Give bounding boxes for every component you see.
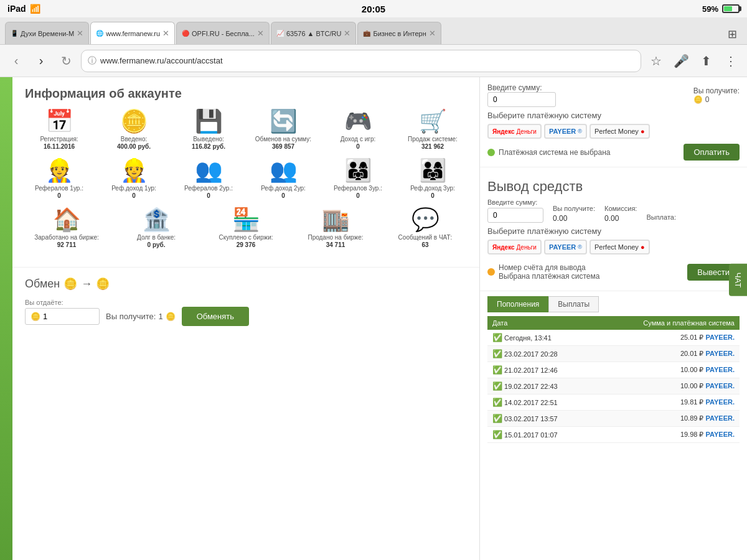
account-number-row: Номер счёта для вывода Выбрана платёжная… bbox=[487, 263, 599, 281]
yandex-logo-1: Яндекс bbox=[492, 128, 515, 135]
amount-value: 19.98 ₽ bbox=[680, 431, 704, 438]
deposit-yandex-option[interactable]: Яндекс Деньги bbox=[487, 124, 542, 139]
transactions-table: Дата Сумма и платёжная система ✅ Сегодня… bbox=[487, 316, 740, 443]
time: 20:05 bbox=[362, 4, 385, 14]
group-icon-1: 👥 bbox=[195, 159, 223, 182]
yandex-logo-2: Яндекс bbox=[492, 244, 515, 251]
tab-4-close[interactable]: ✕ bbox=[344, 29, 350, 38]
chat-button[interactable]: ЧАТ bbox=[729, 264, 747, 296]
group-icon-2: 👥 bbox=[270, 159, 298, 182]
withdraw-receive-label: Вы получите: bbox=[553, 205, 595, 212]
forward-button[interactable]: › bbox=[31, 51, 51, 71]
stat-ref1: 👷 Рефералов 1ур.: 0 bbox=[25, 159, 93, 199]
check-icon: ✅ bbox=[492, 365, 502, 375]
payeer-r-1: ® bbox=[578, 128, 582, 134]
tab-2-close[interactable]: ✕ bbox=[162, 29, 169, 38]
stat-sold-value: 34 711 bbox=[326, 241, 345, 248]
yandex-dengi-2: Деньги bbox=[517, 244, 537, 251]
withdraw-payment-options: Яндекс Деньги PAYEER ® Perfect Money ● bbox=[487, 240, 740, 254]
withdraw-payeer-option[interactable]: PAYEER ® bbox=[544, 240, 587, 254]
withdraw-payout-label: Выплата: bbox=[646, 213, 676, 221]
page-content: Информация об аккаунте 📅 Регистрация: 16… bbox=[12, 77, 479, 560]
tab-3[interactable]: 🔴 OPFI.RU - Беспла... ✕ bbox=[176, 22, 270, 44]
payeer-system: PAYEER. bbox=[706, 431, 735, 438]
table-row: ✅ 03.02.2017 13:57 10.89 ₽ PAYEER. bbox=[487, 411, 740, 427]
exchange-give-input[interactable]: 🪙 1 bbox=[25, 308, 100, 325]
check-icon: ✅ bbox=[492, 349, 502, 358]
tab-1[interactable]: 📱 Духи Времени-М ✕ bbox=[5, 22, 89, 44]
date-cell: ✅ 23.02.2017 20:28 bbox=[487, 346, 595, 362]
tab-payouts[interactable]: Выплаты bbox=[548, 296, 599, 312]
withdraw-yandex-option[interactable]: Яндекс Деньги bbox=[487, 240, 542, 254]
pm-dot-2: ● bbox=[641, 243, 645, 251]
status-bar: iPad 📶 20:05 59% bbox=[0, 0, 747, 17]
withdraw-commission-value: 0.00 bbox=[604, 214, 637, 223]
stat-ref1inc-value: 0 bbox=[132, 192, 136, 199]
withdraw-pm-option[interactable]: Perfect Money ● bbox=[590, 240, 650, 254]
mic-button[interactable]: 🎤 bbox=[671, 51, 691, 71]
house-icon: 🏠 bbox=[53, 208, 81, 231]
yandex-dengi-1: Деньги bbox=[517, 128, 537, 135]
tab-2[interactable]: 🌐 www.fermanew.ru ✕ bbox=[90, 22, 175, 44]
family-icon-1: 👨‍👩‍👧 bbox=[344, 159, 372, 182]
stat-game-income: 🎮 Доход с игр: 0 bbox=[324, 110, 392, 150]
amount-value: 10.00 ₽ bbox=[680, 382, 704, 390]
stat-ref3-income: 👨‍👩‍👧 Реф.доход 3ур: 0 bbox=[398, 159, 467, 199]
exchange-section: Обмен 🪙 → 🪙 Вы отдаёте: 🪙 1 Вы получите:… bbox=[12, 267, 479, 335]
orange-dot-icon bbox=[487, 268, 495, 276]
tab-3-close[interactable]: ✕ bbox=[257, 29, 264, 38]
amount-value: 20.01 ₽ bbox=[680, 350, 704, 357]
back-button[interactable]: ‹ bbox=[6, 51, 26, 71]
address-bar: ‹ › ↻ ⓘ www.fermanew.ru/account/accstat … bbox=[0, 45, 747, 77]
tab-deposits[interactable]: Пополнения bbox=[487, 296, 548, 312]
stat-ref2-label: Рефералов 2ур.: bbox=[184, 184, 233, 192]
url-bar[interactable]: ⓘ www.fermanew.ru/account/accstat bbox=[81, 50, 641, 72]
exchange-get-group: Вы получите: 1 🪙 bbox=[106, 312, 176, 321]
tab-5-label: Бизнес в Интерн bbox=[373, 30, 426, 37]
date-cell: ✅ Сегодня, 13:41 bbox=[487, 330, 595, 346]
stats-grid-row3: 🏠 Заработано на бирже: 92 711 🏦 Долг в б… bbox=[25, 208, 467, 248]
reload-button[interactable]: ↻ bbox=[56, 51, 76, 71]
get-coin-icon: 🪙 bbox=[166, 312, 176, 321]
deposit-payeer-option[interactable]: PAYEER ® bbox=[544, 124, 587, 139]
menu-button[interactable]: ⋮ bbox=[721, 51, 741, 71]
share-button[interactable]: ⬆ bbox=[696, 51, 716, 71]
deposit-sum-input[interactable] bbox=[487, 92, 556, 107]
cart-icon: 🛒 bbox=[419, 110, 447, 133]
give-value: 1 bbox=[43, 312, 47, 321]
tab-4[interactable]: 📈 63576 ▲ BTC/RU ✕ bbox=[271, 22, 357, 44]
stats-grid-row2: 👷 Рефералов 1ур.: 0 👷 Реф.доход 1ур: 0 👥… bbox=[25, 159, 467, 199]
stat-ref3inc-label: Реф.доход 3ур: bbox=[410, 184, 455, 192]
tab-5-close[interactable]: ✕ bbox=[429, 29, 436, 38]
tab-1-close[interactable]: ✕ bbox=[77, 29, 83, 38]
withdraw-inputs-row: Введите сумму: Вы получите: 0.00 Комисси… bbox=[487, 198, 740, 223]
stat-bought-exchange: 🏪 Скуплено с биржи: 29 376 bbox=[204, 208, 288, 248]
bookmark-button[interactable]: ☆ bbox=[646, 51, 666, 71]
stat-withdrawn: 💾 Выведено: 116.82 руб. bbox=[174, 110, 243, 150]
withdraw-sum-input[interactable] bbox=[487, 208, 543, 223]
chat-icon: 💬 bbox=[411, 208, 439, 231]
battery-icon bbox=[722, 4, 740, 13]
store-icon: 🏪 bbox=[232, 208, 260, 231]
withdraw-commission-group: Комиссия: 0.00 bbox=[604, 205, 637, 223]
stat-ref3: 👨‍👩‍👧 Рефералов 3ур.: 0 bbox=[324, 159, 392, 199]
deposit-not-selected: Платёжная система не выбрана bbox=[487, 148, 611, 157]
game-icon: 🎮 bbox=[344, 110, 372, 133]
stat-ref3-value: 0 bbox=[356, 192, 360, 199]
tab-3-favicon: 🔴 bbox=[182, 30, 189, 37]
stat-exchange-earned: 🏠 Заработано на бирже: 92 711 bbox=[25, 208, 108, 248]
deposit-pm-option[interactable]: Perfect Money ● bbox=[590, 124, 650, 139]
deposit-receive-value: 🪙 0 bbox=[693, 95, 740, 104]
deposit-sum-label: Введите сумму: bbox=[487, 83, 556, 92]
tab-grid-button[interactable]: ⊞ bbox=[722, 24, 742, 44]
stat-chat-messages: 💬 Сообщений в ЧАТ: 63 bbox=[383, 208, 467, 248]
stat-excearned-label: Заработано на бирже: bbox=[34, 233, 98, 241]
payeer-logo-1: PAYEER bbox=[549, 128, 576, 135]
stat-ref2: 👥 Рефералов 2ур.: 0 bbox=[174, 159, 243, 199]
tab-5[interactable]: 💼 Бизнес в Интерн ✕ bbox=[357, 22, 441, 44]
date-cell: ✅ 15.01.2017 01:07 bbox=[487, 427, 595, 443]
exchange-button[interactable]: Обменять bbox=[182, 307, 249, 326]
receive-val: 0 bbox=[705, 95, 710, 104]
tab-4-favicon: 📈 bbox=[276, 30, 284, 37]
pay-button[interactable]: Оплатить bbox=[684, 144, 740, 161]
